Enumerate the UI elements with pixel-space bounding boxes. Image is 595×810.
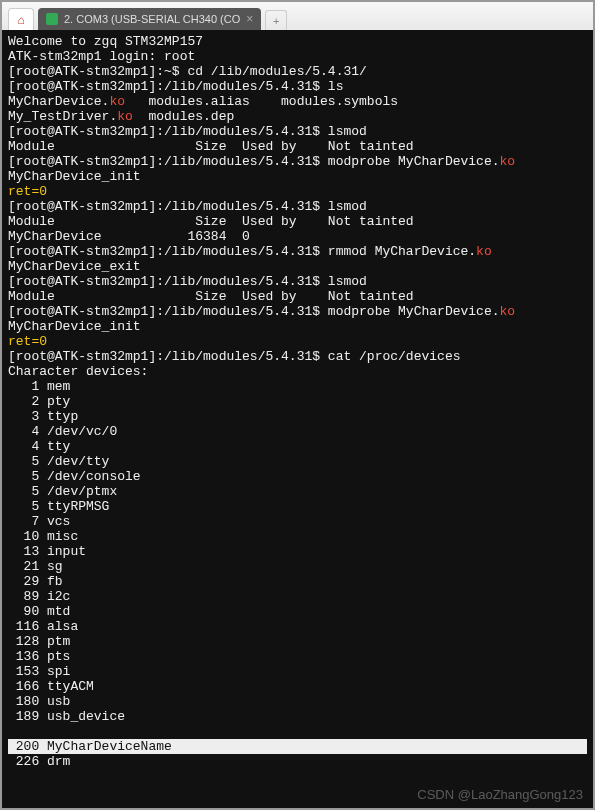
new-tab-button[interactable]: + [265, 10, 287, 30]
line: [root@ATK-stm32mp1]:~$ cd /lib/modules/5… [8, 64, 367, 79]
line: [root@ATK-stm32mp1]:/lib/modules/5.4.31$… [8, 244, 492, 259]
watermark: CSDN @LaoZhangGong123 [417, 787, 583, 802]
line: [root@ATK-stm32mp1]:/lib/modules/5.4.31$… [8, 274, 367, 289]
serial-icon [46, 13, 58, 25]
line: [root@ATK-stm32mp1]:/lib/modules/5.4.31$… [8, 349, 460, 364]
tab-title: 2. COM3 (USB-SERIAL CH340 (CO [64, 13, 240, 25]
line: My_TestDriver.ko modules.dep [8, 109, 234, 124]
device-list: 1 mem 2 pty 3 ttyp 4 /dev/vc/0 4 tty 5 /… [8, 379, 141, 724]
line: MyCharDevice_init [8, 169, 141, 184]
tab-bar: ⌂ 2. COM3 (USB-SERIAL CH340 (CO × + [2, 2, 593, 30]
line: [root@ATK-stm32mp1]:/lib/modules/5.4.31$… [8, 154, 515, 169]
window: ⌂ 2. COM3 (USB-SERIAL CH340 (CO × + Welc… [0, 0, 595, 810]
line: [root@ATK-stm32mp1]:/lib/modules/5.4.31$… [8, 304, 515, 319]
line: ATK-stm32mp1 login: root [8, 49, 195, 64]
terminal-output[interactable]: Welcome to zgq STM32MP157 ATK-stm32mp1 l… [2, 30, 593, 808]
line: Module Size Used by Not tainted [8, 139, 414, 154]
active-tab[interactable]: 2. COM3 (USB-SERIAL CH340 (CO × [38, 8, 261, 30]
line: [root@ATK-stm32mp1]:/lib/modules/5.4.31$… [8, 199, 367, 214]
line: Welcome to zgq STM32MP157 [8, 34, 203, 49]
line: MyCharDevice_init [8, 319, 141, 334]
line: 226 drm [8, 754, 70, 769]
line: [root@ATK-stm32mp1]:/lib/modules/5.4.31$… [8, 79, 343, 94]
line: MyCharDevice_exit [8, 259, 141, 274]
close-icon[interactable]: × [246, 12, 253, 26]
line: MyCharDevice.ko modules.alias modules.sy… [8, 94, 398, 109]
line: Module Size Used by Not tainted [8, 214, 414, 229]
highlighted-line: 200 MyCharDeviceName [8, 739, 587, 754]
line: ret=0 [8, 184, 47, 199]
home-icon[interactable]: ⌂ [8, 8, 34, 30]
line: [root@ATK-stm32mp1]:/lib/modules/5.4.31$… [8, 124, 367, 139]
line: MyCharDevice 16384 0 [8, 229, 250, 244]
line: Module Size Used by Not tainted [8, 289, 414, 304]
line: ret=0 [8, 334, 47, 349]
line: Character devices: [8, 364, 148, 379]
